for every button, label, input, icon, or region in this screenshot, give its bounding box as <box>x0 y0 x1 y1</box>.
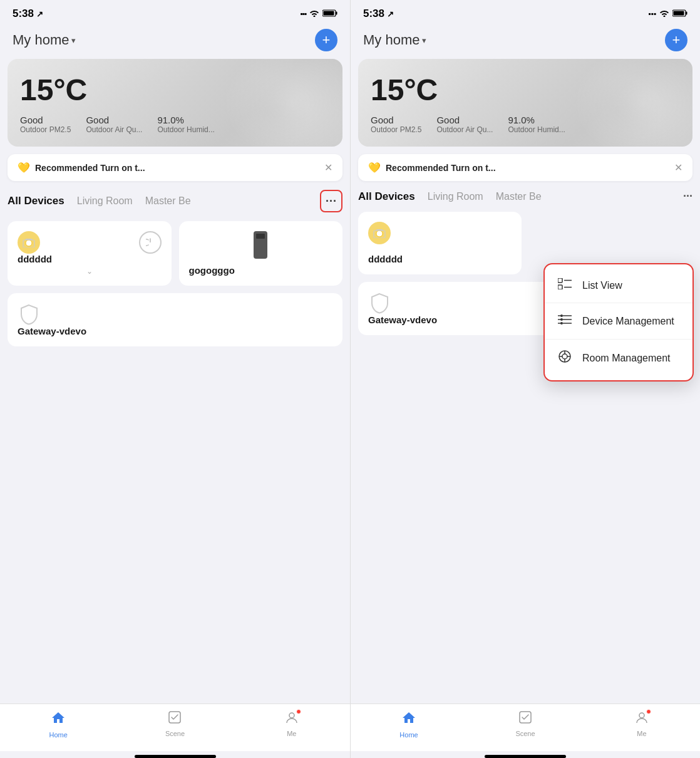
left-home-indicator <box>135 755 216 758</box>
svg-rect-12 <box>558 278 562 283</box>
right-add-button[interactable]: + <box>665 29 687 51</box>
left-shield-icon <box>18 303 40 326</box>
left-phone-panel: 5:38 ↗ ▪▪▪ My home ▾ + 15°C <box>0 0 350 758</box>
left-me-nav-label: Me <box>287 730 296 737</box>
right-tabs: All Devices Living Room Master Be ··· <box>358 190 692 203</box>
right-recommended-content: 💛 Recommended Turn on t... <box>368 162 496 174</box>
left-device-grid: dddddd ⌄ gogogggo <box>8 221 342 286</box>
right-title-text: My home <box>363 32 419 48</box>
left-tab-all-devices[interactable]: All Devices <box>8 195 64 207</box>
left-recommended-banner[interactable]: 💛 Recommended Turn on t... ✕ <box>8 154 342 181</box>
svg-rect-8 <box>686 12 687 15</box>
right-me-nav-badge <box>635 710 649 728</box>
right-device-card-dddddd[interactable]: dddddd <box>358 212 522 274</box>
left-status-icons: ▪▪▪ <box>300 8 337 19</box>
right-scene-nav-icon <box>518 710 532 728</box>
left-bottom-nav: Home Scene Me <box>0 703 350 751</box>
right-wifi-icon <box>659 8 669 19</box>
left-gateway-card[interactable]: Gateway-vdevo <box>8 293 342 346</box>
left-close-recommended-button[interactable]: ✕ <box>324 162 332 174</box>
left-device-name-gogogggo: gogogggo <box>189 265 333 276</box>
right-weather-stats: Good Outdoor PM2.5 Good Outdoor Air Qu..… <box>371 115 680 134</box>
left-camera-icon <box>18 231 40 254</box>
left-home-title[interactable]: My home ▾ <box>13 32 76 48</box>
right-menu-room-management[interactable]: Room Management <box>545 340 692 376</box>
time-text: 5:38 <box>13 8 34 20</box>
left-tab-master-be[interactable]: Master Be <box>145 195 191 207</box>
right-device-management-label: Device Management <box>582 316 674 327</box>
svg-point-23 <box>560 318 563 321</box>
left-more-options-button[interactable]: ··· <box>320 190 342 212</box>
right-stat-humid: 91.0% Outdoor Humid... <box>508 115 565 134</box>
left-tab-living-room[interactable]: Living Room <box>77 195 133 207</box>
right-bulb-icon: 💛 <box>368 162 381 174</box>
right-chevron-down-icon: ▾ <box>422 36 426 45</box>
right-tab-living-room[interactable]: Living Room <box>428 191 483 202</box>
left-device-card-gogogggo[interactable]: gogogggo <box>179 221 343 286</box>
left-me-nav-badge <box>285 710 299 728</box>
signal-bars-icon: ▪▪▪ <box>300 9 306 18</box>
left-power-icon[interactable] <box>139 231 162 254</box>
left-device-card-dddddd[interactable]: dddddd ⌄ <box>8 221 172 286</box>
left-nav-me[interactable]: Me <box>234 710 350 739</box>
left-title-text: My home <box>13 32 69 48</box>
left-header: My home ▾ + <box>0 24 350 59</box>
right-pm25-label: Outdoor PM2.5 <box>371 125 421 134</box>
right-more-dots[interactable]: ··· <box>683 190 692 203</box>
right-close-recommended-button[interactable]: ✕ <box>674 162 682 174</box>
right-list-view-icon <box>557 278 572 293</box>
left-weather-card: 15°C Good Outdoor PM2.5 Good Outdoor Air… <box>8 59 342 147</box>
left-temperature: 15°C <box>20 73 330 107</box>
right-menu-list-view[interactable]: List View <box>545 268 692 303</box>
svg-rect-9 <box>674 11 684 16</box>
right-home-title[interactable]: My home ▾ <box>363 32 426 48</box>
right-nav-home[interactable]: Home <box>351 710 467 739</box>
right-stat-pm25: Good Outdoor PM2.5 <box>371 115 421 134</box>
right-menu-device-management[interactable]: Device Management <box>545 303 692 340</box>
left-home-nav-label: Home <box>49 731 67 739</box>
right-nav-me[interactable]: Me <box>584 710 700 739</box>
right-pm25-value: Good <box>371 115 421 125</box>
right-signal-bars-icon: ▪▪▪ <box>648 9 656 18</box>
right-recommended-text: Recommended Turn on t... <box>386 163 496 173</box>
svg-point-24 <box>560 322 563 324</box>
left-scene-nav-icon <box>168 710 182 728</box>
right-air-label: Outdoor Air Qu... <box>436 125 493 134</box>
right-me-nav-icon <box>635 712 649 727</box>
svg-point-6 <box>289 713 294 718</box>
left-pm25-value: Good <box>20 115 71 125</box>
right-tab-all-devices[interactable]: All Devices <box>358 190 415 203</box>
right-me-badge-dot <box>646 709 651 714</box>
left-air-value: Good <box>86 115 142 125</box>
left-add-button[interactable]: + <box>315 29 337 51</box>
left-nav-scene[interactable]: Scene <box>116 710 233 739</box>
left-status-bar: 5:38 ↗ ▪▪▪ <box>0 0 350 24</box>
right-recommended-banner[interactable]: 💛 Recommended Turn on t... ✕ <box>358 154 692 181</box>
left-pm25-label: Outdoor PM2.5 <box>20 125 71 134</box>
left-tabs: All Devices Living Room Master Be ··· <box>8 190 342 212</box>
right-camera-icon <box>368 222 391 244</box>
left-stat-humid: 91.0% Outdoor Humid... <box>157 115 214 134</box>
right-nav-scene[interactable]: Scene <box>467 710 584 739</box>
right-humid-label: Outdoor Humid... <box>508 125 565 134</box>
left-more-dots-icon: ··· <box>326 195 337 208</box>
left-recommended-content: 💛 Recommended Turn on t... <box>18 162 145 174</box>
left-expand-icon[interactable]: ⌄ <box>18 267 162 276</box>
svg-rect-13 <box>558 285 562 289</box>
location-icon: ↗ <box>36 9 43 19</box>
left-nav-home[interactable]: Home <box>0 710 116 739</box>
right-list-view-label: List View <box>582 280 622 291</box>
left-weather-stats: Good Outdoor PM2.5 Good Outdoor Air Qu..… <box>20 115 330 134</box>
left-air-label: Outdoor Air Qu... <box>86 125 142 134</box>
svg-point-3 <box>26 240 32 246</box>
left-usb-device-icon <box>189 231 333 259</box>
right-tab-master-be[interactable]: Master Be <box>496 191 542 202</box>
svg-point-32 <box>639 713 644 718</box>
right-home-nav-icon <box>401 710 416 729</box>
left-home-nav-icon <box>51 710 66 729</box>
right-location-icon: ↗ <box>387 9 394 19</box>
left-chevron-down-icon: ▾ <box>71 36 76 45</box>
right-device-name-dddddd: dddddd <box>368 254 512 264</box>
left-me-badge-dot <box>296 709 301 714</box>
right-weather-card: 15°C Good Outdoor PM2.5 Good Outdoor Air… <box>358 59 692 147</box>
